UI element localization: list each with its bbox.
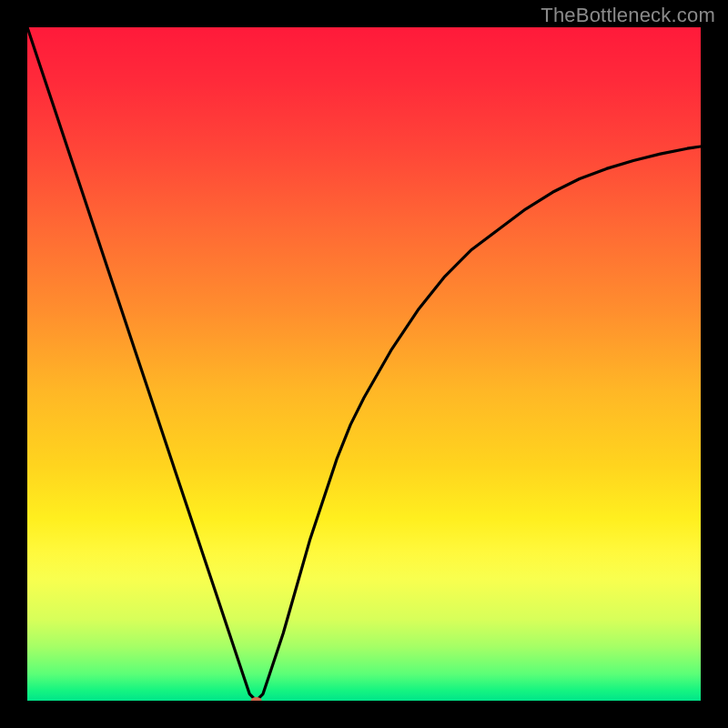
watermark-text: TheBottleneck.com [541, 4, 715, 27]
plot-area [27, 27, 701, 701]
bottleneck-curve [27, 27, 701, 701]
chart-frame: TheBottleneck.com [0, 0, 728, 728]
chart-svg [27, 27, 701, 701]
